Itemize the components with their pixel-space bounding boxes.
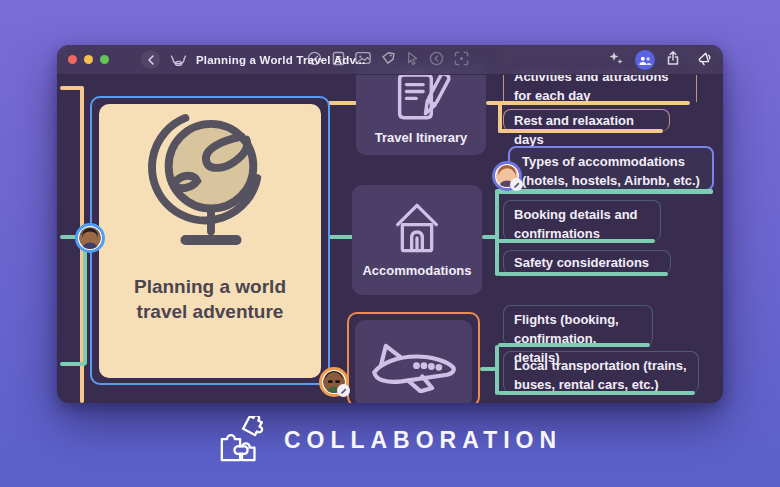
document-pen-icon — [390, 68, 452, 126]
branch-line — [60, 362, 86, 366]
node-local-transportation[interactable]: Local transportation (trains, buses, ren… — [503, 351, 699, 393]
person-avatar-icon — [79, 227, 101, 249]
node-underline — [498, 272, 668, 276]
topic-label: Travel Itinerary — [375, 130, 468, 145]
people-icon — [638, 55, 652, 66]
branch-line — [328, 235, 354, 239]
node-rest-days[interactable]: Rest and relaxation days — [503, 109, 670, 131]
branch-line — [495, 190, 499, 276]
node-underline — [498, 391, 695, 395]
minimize-button[interactable] — [84, 55, 93, 64]
back-button[interactable] — [141, 50, 160, 69]
node-flights[interactable]: Flights (booking, confirmation, details) — [503, 305, 653, 346]
topic-node-transportation[interactable] — [355, 320, 472, 403]
mindmap-canvas[interactable]: Planning a world travel adventure — [57, 45, 723, 403]
zoom-button[interactable] — [100, 55, 109, 64]
node-underline — [498, 129, 663, 133]
caption-banner: COLLABORATION — [0, 412, 780, 468]
check-circle-icon[interactable] — [307, 51, 322, 70]
editing-pencil-badge — [337, 384, 350, 397]
node-underline — [498, 239, 655, 243]
node-underline — [495, 189, 713, 194]
app-window: Planning a world travel adventure — [57, 45, 723, 403]
window-titlebar: Planning a World Travel Adv... — [57, 45, 723, 75]
node-booking-details[interactable]: Booking details and confirmations — [503, 200, 661, 241]
sparkles-icon[interactable] — [608, 50, 624, 70]
collaborator-avatar-blue — [75, 223, 105, 253]
branch-line — [83, 248, 87, 365]
topic-node-accommodations[interactable]: Accommodations — [352, 185, 482, 295]
cursor-icon[interactable] — [406, 51, 419, 70]
central-node[interactable]: Planning a world travel adventure — [99, 104, 321, 378]
central-node-title: Planning a world travel adventure — [108, 274, 313, 324]
branch-line — [328, 101, 357, 105]
collaborators-button[interactable] — [635, 50, 655, 70]
focus-frame-icon[interactable] — [454, 51, 469, 70]
node-safety-considerations[interactable]: Safety considerations — [503, 250, 671, 274]
house-icon — [387, 195, 447, 257]
node-types-of-accommodations[interactable]: Types of accommodations (hotels, hostels… — [508, 146, 714, 191]
airplane-icon — [368, 335, 460, 393]
node-underline — [498, 101, 690, 105]
chevron-circle-icon[interactable] — [429, 51, 444, 70]
app-logo-icon — [170, 52, 187, 67]
editing-pencil-badge — [510, 178, 523, 191]
collaborator-avatar-purple — [492, 161, 522, 191]
topic-label: Accommodations — [362, 263, 471, 278]
globe-icon — [146, 104, 274, 254]
traffic-lights — [68, 55, 109, 64]
node-underline — [498, 343, 650, 347]
toolbar-right — [608, 45, 713, 75]
close-button[interactable] — [68, 55, 77, 64]
toolbar-center — [307, 45, 469, 75]
share-icon[interactable] — [666, 50, 680, 70]
megaphone-icon[interactable] — [697, 51, 713, 70]
back-chevron-icon — [147, 55, 155, 65]
caption-label: COLLABORATION — [284, 427, 562, 454]
puzzle-icon — [218, 416, 266, 464]
branch-line — [495, 345, 499, 395]
collaborator-avatar-orange — [319, 367, 349, 397]
topic-node-travel-itinerary[interactable]: Travel Itinerary — [356, 62, 486, 155]
image-icon[interactable] — [355, 51, 371, 69]
note-icon[interactable] — [332, 51, 345, 70]
page-background: Planning a world travel adventure — [0, 0, 780, 487]
tag-icon[interactable] — [381, 51, 396, 70]
